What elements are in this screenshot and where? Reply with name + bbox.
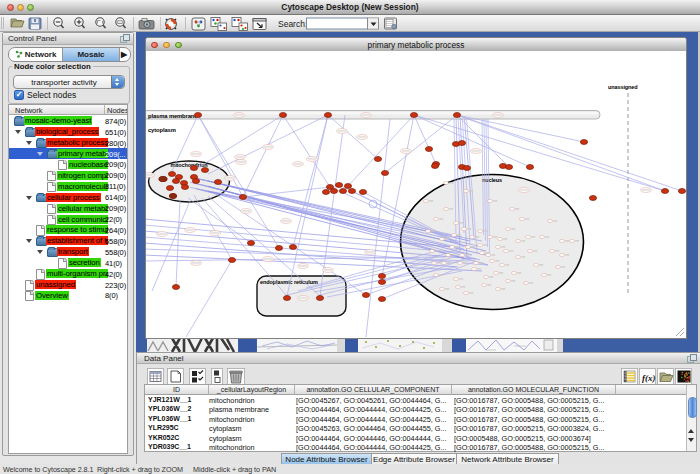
svg-text:f(x): f(x) xyxy=(642,373,656,383)
svg-text:Search:: Search: xyxy=(278,19,307,29)
svg-text:plasma membrane: plasma membrane xyxy=(148,113,198,119)
svg-text:endoplasmic reticulum: endoplasmic reticulum xyxy=(260,279,318,285)
svg-text:cytoplasm: cytoplasm xyxy=(148,127,176,133)
svg-text:unassigned: unassigned xyxy=(608,84,638,90)
